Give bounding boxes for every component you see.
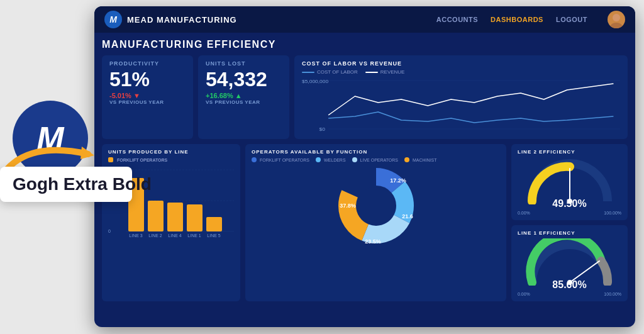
line2-value: 49.50%	[552, 198, 586, 209]
svg-text:23.5%: 23.5%	[365, 238, 381, 245]
line1-min: 0.00%	[518, 292, 530, 296]
line2-labels: 0.00% 100.00%	[518, 211, 621, 215]
font-label-text: Gogh Extra Bold	[13, 174, 152, 194]
donut-svg-container: 37.8% 17.2% 21.6 23.5%	[252, 165, 500, 247]
svg-text:OCT-2021: OCT-2021	[604, 133, 620, 134]
nav-links: ACCOUNTS DASHBOARDS LOGOUT	[436, 11, 625, 28]
nav-logo: M MEAD MANUFACTURING	[104, 11, 436, 28]
svg-text:DEC-2020: DEC-2020	[369, 133, 387, 134]
nav-logo-icon: M	[104, 11, 122, 28]
page-title: MANUFACTURING EFFICIENCY	[102, 39, 628, 50]
svg-text:OCT-2020: OCT-2020	[319, 133, 338, 134]
line-chart: $5,000,000 $0 OCT-2020 NOV-2020 DEC-2020…	[302, 77, 620, 134]
svg-text:AUG-2021: AUG-2021	[558, 133, 577, 134]
svg-text:21.6: 21.6	[402, 213, 413, 220]
dashboard: M MEAD MANUFACTURING ACCOUNTS DASHBOARDS…	[94, 6, 635, 327]
nav-logout[interactable]: LOGOUT	[556, 16, 587, 23]
svg-text:MAR-2021: MAR-2021	[441, 133, 461, 134]
logo-area: M Gogh Extra Bold	[0, 101, 126, 239]
donut-chart-card: OPERATORS AVAILABLE BY FUNCTION FORKLIFT…	[245, 144, 506, 301]
nav-accounts[interactable]: ACCOUNTS	[436, 16, 478, 23]
svg-text:JAN-2021: JAN-2021	[392, 133, 411, 134]
svg-rect-27	[148, 201, 164, 231]
top-nav: M MEAD MANUFACTURING ACCOUNTS DASHBOARDS…	[94, 6, 635, 33]
cost-chart-title: COST OF LABOR VS REVENUE	[302, 60, 620, 67]
svg-point-1	[613, 14, 620, 21]
svg-rect-28	[167, 203, 183, 231]
legend-welders: WELDERS	[316, 157, 346, 162]
svg-text:FEB-2021: FEB-2021	[419, 133, 437, 134]
line2-min: 0.00%	[518, 211, 530, 215]
line1-labels: 0.00% 100.00%	[518, 292, 621, 296]
cost-chart-legend: COST OF LABOR REVENUE	[302, 69, 620, 75]
svg-point-2	[610, 23, 623, 28]
svg-text:$5,000,000: $5,000,000	[302, 79, 329, 84]
line1-gauge-svg	[523, 238, 617, 286]
line2-gauge-svg	[523, 157, 617, 204]
line1-title: LINE 1 EFFICIENCY	[518, 230, 621, 236]
units-lost-vs: VS PREVIOUS YEAR	[206, 99, 282, 105]
cost-chart-card: COST OF LABOR VS REVENUE COST OF LABOR R…	[294, 55, 628, 139]
bar-legend: FORKLIFT OPERATORS	[108, 157, 234, 162]
line2-max: 100.00%	[604, 211, 621, 215]
legend-forklift: FORKLIFT OPERATORS	[252, 157, 309, 162]
line1-gauge: 85.60% 0.00% 100.00%	[518, 238, 621, 296]
svg-text:17.2%: 17.2%	[390, 177, 406, 184]
donut-svg: 37.8% 17.2% 21.6 23.5%	[332, 165, 420, 247]
productivity-change: -5.01% ▼	[109, 92, 186, 99]
legend-revenue: REVENUE	[365, 69, 405, 75]
units-lost-label: UNITS LOST	[206, 60, 282, 67]
svg-rect-30	[206, 217, 222, 231]
legend-live-operators: LIVE OPERATORS	[352, 157, 398, 162]
bottom-row: UNITS PRODUCED BY LINE FORKLIFT OPERATOR…	[102, 144, 628, 301]
gauge-stack: LINE 2 EFFICIENCY 49.50%	[511, 144, 628, 301]
line1-max: 100.00%	[604, 292, 621, 296]
units-lost-card: UNITS LOST 54,332 +16.68% ▲ VS PREVIOUS …	[198, 55, 289, 139]
line1-value: 85.60%	[552, 279, 586, 291]
svg-text:37.8%: 37.8%	[340, 203, 356, 209]
top-row: PRODUCTIVITY 51% -5.01% ▼ VS PREVIOUS YE…	[102, 55, 628, 139]
svg-point-40	[357, 187, 395, 225]
svg-text:LINE 4: LINE 4	[168, 233, 182, 237]
nav-logo-m: M	[109, 14, 117, 25]
svg-text:LINE 3: LINE 3	[129, 233, 143, 237]
productivity-label: PRODUCTIVITY	[109, 60, 186, 67]
legend-cost-labor: COST OF LABOR	[302, 69, 358, 75]
svg-text:$0: $0	[319, 126, 326, 132]
svg-text:NOV-2020: NOV-2020	[346, 133, 365, 134]
nav-avatar[interactable]	[608, 11, 625, 28]
svg-text:SEP-2021: SEP-2021	[581, 133, 599, 134]
legend-machinist: MACHINIST	[404, 157, 437, 162]
line2-title: LINE 2 EFFICIENCY	[518, 149, 621, 155]
units-lost-value: 54,332	[206, 69, 282, 89]
svg-text:MAY-2021: MAY-2021	[489, 133, 507, 134]
font-label-box: Gogh Extra Bold	[0, 167, 132, 202]
nav-dashboards[interactable]: DASHBOARDS	[491, 16, 543, 23]
line1-efficiency-card: LINE 1 EFFICIENCY	[511, 225, 628, 301]
productivity-value: 51%	[109, 69, 186, 89]
svg-text:LINE 1: LINE 1	[187, 233, 201, 237]
svg-marker-0	[80, 147, 94, 159]
svg-text:JUN-2021: JUN-2021	[512, 133, 530, 134]
bar-chart-title: UNITS PRODUCED BY LINE	[108, 149, 234, 155]
donut-chart-title: OPERATORS AVAILABLE BY FUNCTION	[252, 149, 500, 155]
units-lost-change: +16.68% ▲	[206, 92, 282, 99]
line2-efficiency-card: LINE 2 EFFICIENCY 49.50%	[511, 144, 628, 220]
svg-rect-29	[187, 204, 203, 231]
svg-text:APR-2021: APR-2021	[465, 133, 484, 134]
svg-text:LINE 5: LINE 5	[207, 233, 221, 237]
line2-gauge: 49.50% 0.00% 100.00%	[518, 157, 621, 215]
svg-text:LINE 2: LINE 2	[148, 233, 162, 237]
nav-title: MEAD MANUFACTURING	[127, 15, 237, 25]
main-content: MANUFACTURING EFFICIENCY PRODUCTIVITY 51…	[94, 33, 635, 308]
donut-legends-row: FORKLIFT OPERATORS WELDERS LIVE OPERATOR…	[252, 157, 500, 162]
svg-text:JUL-2021: JUL-2021	[535, 133, 553, 134]
